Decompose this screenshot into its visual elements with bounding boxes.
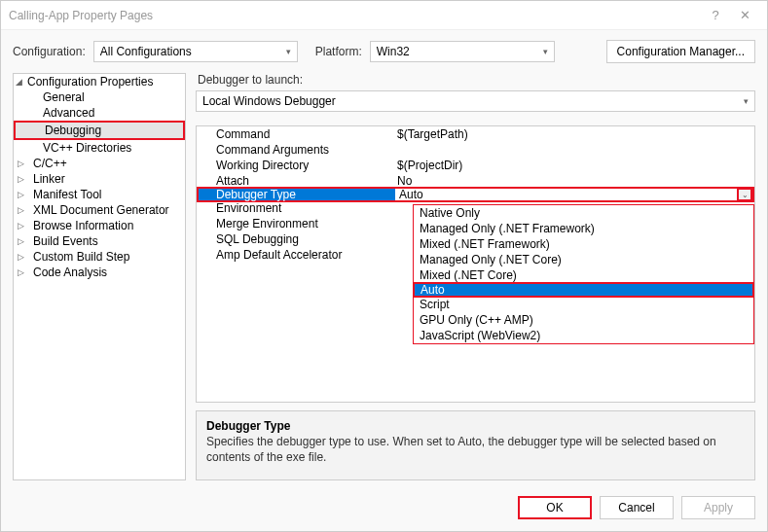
window-title: Calling-App Property Pages <box>9 9 701 22</box>
debugger-launch-label: Debugger to launch: <box>198 73 755 87</box>
tree-item-xml-doc-gen[interactable]: ▷XML Document Generator <box>14 202 185 218</box>
description-title: Debugger Type <box>206 419 745 433</box>
tree-item-browse-info[interactable]: ▷Browse Information <box>14 218 185 233</box>
tree-item-custom-build-step[interactable]: ▷Custom Build Step <box>14 249 185 265</box>
configuration-dropdown[interactable]: All Configurations ▾ <box>93 41 298 62</box>
chevron-down-icon: ▾ <box>744 96 749 106</box>
dd-item-auto[interactable]: Auto <box>413 282 754 298</box>
dropdown-toggle-icon[interactable]: ⌄ <box>737 188 752 201</box>
tree-item-build-events[interactable]: ▷Build Events <box>14 233 185 249</box>
prop-row-debugger-type[interactable]: Debugger Type Auto ⌄ <box>197 187 754 202</box>
platform-dropdown[interactable]: Win32 ▾ <box>370 41 555 62</box>
chevron-down-icon: ▾ <box>286 47 291 56</box>
dd-item-managed-netfx[interactable]: Managed Only (.NET Framework) <box>414 221 753 236</box>
dialog-footer: OK Cancel Apply <box>1 488 767 531</box>
expand-icon[interactable]: ▷ <box>18 267 26 277</box>
dd-item-script[interactable]: Script <box>414 297 753 312</box>
debugger-type-value-cell[interactable]: Auto ⌄ <box>395 189 752 200</box>
dd-item-mixed-netfx[interactable]: Mixed (.NET Framework) <box>414 236 753 252</box>
collapse-icon[interactable]: ◢ <box>16 77 24 87</box>
expand-icon[interactable]: ▷ <box>18 221 26 231</box>
expand-icon[interactable]: ▷ <box>18 205 26 215</box>
help-icon[interactable]: ? <box>701 8 730 22</box>
tree-item-linker[interactable]: ▷Linker <box>14 171 185 187</box>
expand-icon[interactable]: ▷ <box>18 190 26 199</box>
property-grid: Command $(TargetPath) Command Arguments … <box>196 125 755 403</box>
tree-item-debugging[interactable]: Debugging <box>16 123 183 138</box>
dd-item-native-only[interactable]: Native Only <box>414 205 753 221</box>
tree-item-advanced[interactable]: Advanced <box>14 105 185 121</box>
prop-row-working-dir[interactable]: Working Directory $(ProjectDir) <box>197 158 754 173</box>
tree-item-manifest-tool[interactable]: ▷Manifest Tool <box>14 187 185 202</box>
prop-row-command[interactable]: Command $(TargetPath) <box>197 126 754 142</box>
ok-button[interactable]: OK <box>518 496 592 519</box>
dd-item-managed-netcore[interactable]: Managed Only (.NET Core) <box>414 252 753 267</box>
dd-item-gpu-only[interactable]: GPU Only (C++ AMP) <box>414 312 753 328</box>
chevron-down-icon: ▾ <box>543 47 548 56</box>
titlebar: Calling-App Property Pages ? ✕ <box>1 1 767 30</box>
expand-icon[interactable]: ▷ <box>18 159 26 168</box>
config-toolbar: Configuration: All Configurations ▾ Plat… <box>1 30 767 73</box>
configuration-value: All Configurations <box>100 45 192 58</box>
tree-item-debugging-highlight: Debugging <box>14 121 185 140</box>
expand-icon[interactable]: ▷ <box>18 236 26 246</box>
debugger-type-dropdown-list[interactable]: Native Only Managed Only (.NET Framework… <box>413 204 754 344</box>
prop-row-cmd-args[interactable]: Command Arguments <box>197 142 754 158</box>
description-panel: Debugger Type Specifies the debugger typ… <box>196 410 755 480</box>
debugger-launch-dropdown[interactable]: Local Windows Debugger ▾ <box>196 90 755 112</box>
dd-item-js-webview2[interactable]: JavaScript (WebView2) <box>414 328 753 343</box>
content-panel: Debugger to launch: Local Windows Debugg… <box>196 73 755 480</box>
configuration-label: Configuration: <box>13 45 86 58</box>
description-text: Specifies the debugger type to use. When… <box>206 435 745 465</box>
platform-value: Win32 <box>377 45 410 58</box>
nav-tree[interactable]: ◢ Configuration Properties General Advan… <box>13 73 186 480</box>
tree-item-general[interactable]: General <box>14 89 185 105</box>
close-icon[interactable]: ✕ <box>730 8 759 22</box>
debugger-launch-value: Local Windows Debugger <box>202 94 336 108</box>
configuration-manager-button[interactable]: Configuration Manager... <box>606 40 755 63</box>
dd-item-mixed-netcore[interactable]: Mixed (.NET Core) <box>414 267 753 283</box>
tree-item-code-analysis[interactable]: ▷Code Analysis <box>14 265 185 280</box>
platform-label: Platform: <box>315 45 362 58</box>
cancel-button[interactable]: Cancel <box>600 496 674 519</box>
tree-item-vc-directories[interactable]: VC++ Directories <box>14 140 185 156</box>
property-pages-window: Calling-App Property Pages ? ✕ Configura… <box>0 0 768 532</box>
tree-item-ccpp[interactable]: ▷C/C++ <box>14 156 185 171</box>
expand-icon[interactable]: ▷ <box>18 174 26 184</box>
tree-root[interactable]: ◢ Configuration Properties <box>14 74 185 89</box>
apply-button: Apply <box>681 496 755 519</box>
expand-icon[interactable]: ▷ <box>18 252 26 262</box>
